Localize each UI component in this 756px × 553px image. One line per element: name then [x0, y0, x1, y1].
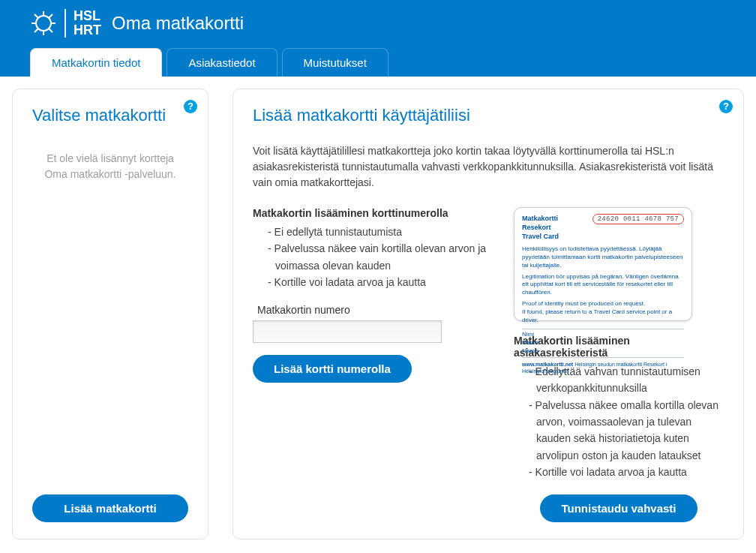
by-number-heading: Matkakortin lisääminen korttinumerolla — [253, 207, 493, 219]
select-card-panel: ? Valitse matkakortti Et ole vielä lisän… — [12, 89, 208, 539]
card-number-input[interactable] — [253, 320, 442, 343]
add-card-intro: Voit lisätä käyttäjätilillesi matkakortt… — [253, 143, 724, 191]
svg-line-8 — [50, 14, 53, 18]
help-icon[interactable]: ? — [719, 100, 733, 113]
svg-line-6 — [50, 29, 53, 32]
by-number-bullets: Ei edellytä tunnistautumista Palvelussa … — [253, 224, 493, 291]
tab-customer-info[interactable]: Asiakastiedot — [166, 48, 277, 77]
tab-card-info[interactable]: Matkakortin tiedot — [30, 48, 162, 77]
by-register-bullets: Edellyttää vahvan tunnistautumisen verkk… — [514, 363, 724, 481]
app-title: Oma matkakortti — [112, 13, 244, 34]
no-cards-message: Et ole vielä lisännyt kortteja Oma matka… — [32, 143, 188, 190]
svg-line-5 — [34, 14, 38, 18]
hsl-logo-icon — [30, 10, 57, 37]
tab-reminders[interactable]: Muistutukset — [282, 48, 388, 77]
svg-line-7 — [34, 29, 38, 32]
add-by-number-button[interactable]: Lisää kortti numerolla — [253, 355, 412, 383]
svg-point-0 — [36, 16, 51, 31]
add-card-title: Lisää matkakortti käyttäjätiliisi — [253, 106, 724, 125]
add-card-panel: ? Lisää matkakortti käyttäjätiliisi Voit… — [232, 89, 744, 539]
add-card-button[interactable]: Lisää matkakortti — [32, 494, 188, 522]
help-icon[interactable]: ? — [184, 100, 197, 113]
card-number-label: Matkakortin numero — [257, 304, 493, 316]
travel-card-illustration: Matkakortti Resekort Travel Card 24620 0… — [514, 207, 692, 321]
sample-card-number: 24620 0011 4678 757 — [592, 214, 684, 224]
strong-auth-button[interactable]: Tunnistaudu vahvasti — [540, 494, 697, 522]
select-card-title: Valitse matkakortti — [32, 106, 188, 125]
brand-hsl-hrt: HSL HRT — [64, 9, 101, 38]
